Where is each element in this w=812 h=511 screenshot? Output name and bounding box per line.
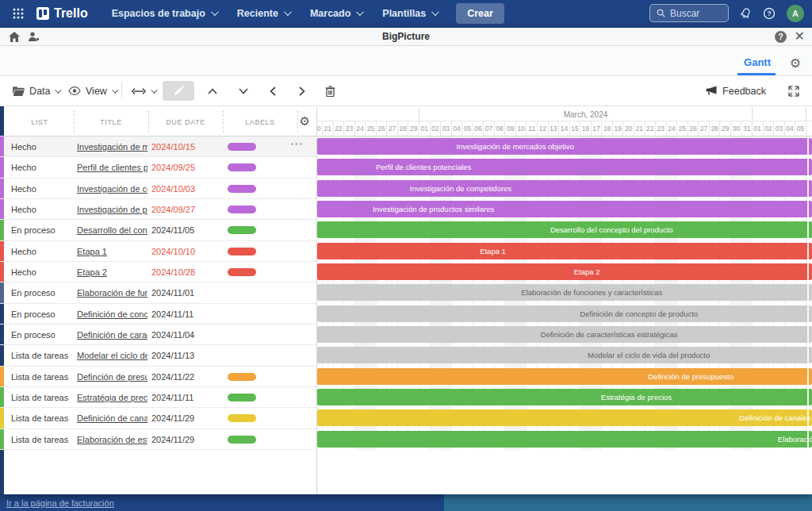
avatar[interactable]: A <box>787 5 804 22</box>
cell-title-link[interactable]: Elaboración de funciones y característic… <box>77 288 147 298</box>
table-row[interactable]: Lista de tareasDefinición de canales2024… <box>0 408 316 428</box>
task-table: LIST TITLE DUE DATE LABELS ⚙ HechoInvest… <box>0 107 317 494</box>
svg-text:?: ? <box>767 10 771 17</box>
table-row[interactable]: En procesoDesarrollo del concepto del pr… <box>0 220 316 240</box>
gantt-bar[interactable]: Estratégia de precios <box>317 389 812 405</box>
move-up-button[interactable] <box>208 76 217 106</box>
navbar-item-1[interactable]: Reciente <box>237 8 289 19</box>
home-icon[interactable] <box>9 31 20 45</box>
navbar-item-0[interactable]: Espacios de trabajo <box>112 8 216 19</box>
tab-gantt[interactable]: Gantt <box>744 56 771 68</box>
data-menu-button[interactable]: Data <box>13 76 59 106</box>
cell-title-link[interactable]: Investigación de productos similares <box>77 205 147 214</box>
label-pill[interactable] <box>228 163 256 171</box>
cell-due-date: 2024/10/28 <box>151 267 195 277</box>
timeline-day: 26 <box>688 121 699 136</box>
gantt-bar[interactable]: Desarrollo del concepto del producto <box>317 221 812 238</box>
help-icon[interactable]: ? <box>763 7 776 20</box>
view-menu-button[interactable]: View <box>68 76 117 106</box>
table-row[interactable]: HechoPerfil de clientes potenciales2024/… <box>0 157 316 178</box>
gantt-bar[interactable]: Etapa 2 <box>317 263 812 280</box>
delete-trash-icon[interactable] <box>325 76 335 106</box>
label-pill[interactable] <box>228 185 256 193</box>
table-row[interactable]: En procesoDefinición de características … <box>0 325 316 345</box>
indent-button[interactable] <box>299 76 305 106</box>
table-row[interactable]: En procesoDefinición de concepto de prod… <box>0 304 316 325</box>
col-header-title[interactable]: TITLE <box>100 118 122 126</box>
table-row[interactable]: HechoInvestigación de productos similare… <box>0 199 316 220</box>
cell-title-link[interactable]: Investigación de mercados objetivo <box>77 142 147 152</box>
gantt-bar[interactable]: Investigación de mercados objetivo <box>317 138 812 155</box>
cell-title-link[interactable]: Modelar el ciclo de vida del producto <box>77 351 147 360</box>
label-pill[interactable] <box>228 226 256 234</box>
billing-link[interactable]: Ir a la página de facturación <box>6 498 114 508</box>
column-settings-gear-icon[interactable]: ⚙ <box>300 115 310 127</box>
cell-title-link[interactable]: Definición de concepto de producto <box>77 309 147 319</box>
navbar-item-3[interactable]: Plantillas <box>382 8 437 19</box>
cell-title-link[interactable]: Elaboración de estratégias de m <box>77 435 147 444</box>
row-color-strip <box>0 157 4 177</box>
notifications-bell-icon[interactable] <box>740 7 752 19</box>
gantt-bar[interactable]: Definición de características estratégic… <box>317 326 812 343</box>
label-pill[interactable] <box>228 436 256 444</box>
gantt-bar[interactable]: Perfil de clientes potenciales <box>317 159 812 175</box>
feedback-button[interactable]: Feedback <box>706 76 766 106</box>
table-row[interactable]: Lista de tareasDefinción de presupuesto2… <box>0 367 316 387</box>
gantt-bar[interactable]: Elaboración de funciones y característic… <box>317 284 812 301</box>
trello-logo[interactable]: Trello <box>36 6 88 21</box>
gantt-bar[interactable]: Investigación de competidores <box>317 180 812 197</box>
cell-title-link[interactable]: Desarrollo del concepto del producto <box>77 225 147 235</box>
gantt-bar[interactable]: Definición de canales <box>317 409 812 426</box>
navbar-item-2[interactable]: Marcado <box>310 8 362 19</box>
member-icon[interactable] <box>28 31 40 45</box>
label-pill[interactable] <box>228 394 256 402</box>
close-icon[interactable]: ✕ <box>795 29 805 44</box>
chevron-down-icon <box>284 8 292 16</box>
label-pill[interactable] <box>228 268 256 276</box>
label-pill[interactable] <box>228 206 256 213</box>
modal-help-icon[interactable]: ? <box>775 31 787 43</box>
label-pill[interactable] <box>228 248 256 256</box>
label-pill[interactable] <box>228 414 256 422</box>
col-header-due[interactable]: DUE DATE <box>166 118 205 126</box>
label-pill[interactable] <box>228 373 256 381</box>
timeline-day: 20 <box>623 121 634 136</box>
gantt-bar[interactable]: Definición de concepto de producto <box>317 305 812 322</box>
create-button[interactable]: Crear <box>456 3 504 24</box>
resize-columns-button[interactable] <box>132 76 155 106</box>
edit-pencil-button[interactable] <box>163 81 194 101</box>
col-header-list[interactable]: LIST <box>31 118 48 126</box>
gantt-bar[interactable]: Elaboración de estratégias de m <box>317 431 812 448</box>
settings-gear-icon[interactable]: ⚙ <box>790 57 801 70</box>
cell-title-link[interactable]: Definición de características estratégic… <box>77 330 147 340</box>
search-input[interactable]: Buscar <box>649 4 729 22</box>
gantt-bar[interactable]: Etapa 1 <box>317 243 812 259</box>
app-switcher-icon[interactable] <box>8 3 29 24</box>
table-row[interactable]: HechoInvestigación de mercados objetivo2… <box>0 136 316 157</box>
table-row[interactable]: Lista de tareasElaboración de estratégia… <box>0 429 316 450</box>
table-row[interactable]: HechoEtapa 12024/10/10 <box>0 241 316 262</box>
cell-due-date: 2024/09/27 <box>151 205 195 214</box>
cell-title-link[interactable]: Definción de presupuesto <box>77 372 147 382</box>
move-down-button[interactable] <box>239 76 248 106</box>
cell-title-link[interactable]: Perfil de clientes potenciales <box>77 163 147 172</box>
cell-title-link[interactable]: Estratégia de precios <box>77 393 147 402</box>
gantt-bar[interactable]: Investigación de productos similares <box>317 201 812 217</box>
cell-title-link[interactable]: Etapa 1 <box>77 247 107 256</box>
cell-title-link[interactable]: Etapa 2 <box>77 267 107 277</box>
gantt-bar[interactable]: Definción de presupuesto <box>317 368 812 385</box>
gantt-bar-label: Definición de características estratégic… <box>541 330 678 339</box>
table-row[interactable]: HechoEtapa 22024/10/28 <box>0 262 316 282</box>
label-pill[interactable] <box>228 143 256 151</box>
table-row[interactable]: HechoInvestigación de competidores2024/1… <box>0 179 316 199</box>
table-row[interactable]: Lista de tareasModelar el ciclo de vida … <box>0 345 316 366</box>
table-row[interactable]: En procesoElaboración de funciones y car… <box>0 282 316 303</box>
table-row[interactable]: Lista de tareasEstratégia de precios2024… <box>0 387 316 408</box>
fullscreen-icon[interactable] <box>788 76 799 106</box>
row-menu-icon[interactable]: ••• <box>290 140 304 148</box>
cell-title-link[interactable]: Investigación de competidores <box>77 184 147 194</box>
outdent-button[interactable] <box>270 76 276 106</box>
col-header-labels[interactable]: LABELS <box>245 118 275 126</box>
gantt-bar[interactable]: Modelar el ciclo de vida del producto <box>317 347 812 363</box>
cell-title-link[interactable]: Definición de canales <box>77 413 147 423</box>
